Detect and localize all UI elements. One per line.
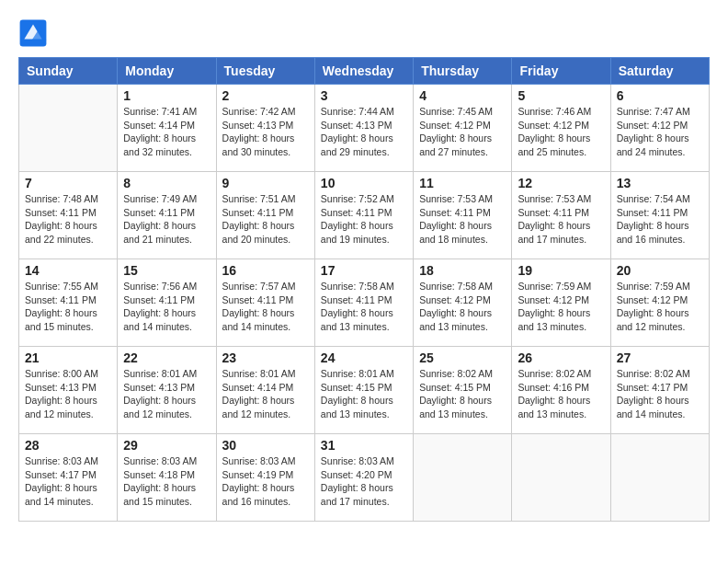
calendar-cell [19,85,118,172]
day-number: 30 [222,438,309,453]
day-number: 6 [617,88,703,103]
day-info: Sunrise: 7:56 AM Sunset: 4:11 PM Dayligh… [123,280,210,334]
calendar-cell: 27Sunrise: 8:02 AM Sunset: 4:17 PM Dayli… [610,347,709,434]
day-number: 15 [123,263,210,278]
col-header-sunday: Sunday [19,58,118,85]
day-number: 22 [123,350,210,365]
day-number: 5 [518,88,604,103]
day-info: Sunrise: 8:00 AM Sunset: 4:13 PM Dayligh… [25,367,111,421]
page-header [18,18,710,48]
day-info: Sunrise: 8:03 AM Sunset: 4:17 PM Dayligh… [25,454,111,509]
day-info: Sunrise: 7:47 AM Sunset: 4:12 PM Dayligh… [617,105,703,159]
day-info: Sunrise: 7:59 AM Sunset: 4:12 PM Dayligh… [518,280,604,334]
day-info: Sunrise: 8:03 AM Sunset: 4:20 PM Dayligh… [321,454,407,509]
calendar-cell: 19Sunrise: 7:59 AM Sunset: 4:12 PM Dayli… [512,259,610,347]
calendar-cell: 14Sunrise: 7:55 AM Sunset: 4:11 PM Dayli… [19,259,118,347]
calendar-week-1: 1Sunrise: 7:41 AM Sunset: 4:14 PM Daylig… [19,85,710,172]
col-header-tuesday: Tuesday [216,58,314,85]
calendar-cell [414,434,512,522]
day-number: 16 [222,263,309,278]
day-number: 2 [222,88,309,103]
day-info: Sunrise: 7:44 AM Sunset: 4:13 PM Dayligh… [321,105,407,159]
day-info: Sunrise: 8:03 AM Sunset: 4:18 PM Dayligh… [123,454,210,509]
calendar-cell: 7Sunrise: 7:48 AM Sunset: 4:11 PM Daylig… [19,172,118,259]
day-number: 18 [419,263,506,278]
day-number: 25 [419,350,506,365]
day-info: Sunrise: 7:52 AM Sunset: 4:11 PM Dayligh… [321,192,407,247]
calendar-cell: 8Sunrise: 7:49 AM Sunset: 4:11 PM Daylig… [118,172,216,259]
day-info: Sunrise: 8:03 AM Sunset: 4:19 PM Dayligh… [222,454,309,509]
calendar-week-4: 21Sunrise: 8:00 AM Sunset: 4:13 PM Dayli… [19,347,710,434]
day-info: Sunrise: 8:02 AM Sunset: 4:17 PM Dayligh… [617,367,703,421]
day-info: Sunrise: 7:55 AM Sunset: 4:11 PM Dayligh… [25,280,111,334]
day-number: 3 [321,88,407,103]
calendar-cell: 23Sunrise: 8:01 AM Sunset: 4:14 PM Dayli… [216,347,314,434]
calendar-cell: 2Sunrise: 7:42 AM Sunset: 4:13 PM Daylig… [216,85,314,172]
day-number: 1 [123,88,210,103]
calendar-header-row: SundayMondayTuesdayWednesdayThursdayFrid… [19,58,710,85]
day-info: Sunrise: 7:46 AM Sunset: 4:12 PM Dayligh… [518,105,604,159]
calendar-week-5: 28Sunrise: 8:03 AM Sunset: 4:17 PM Dayli… [19,434,710,522]
day-number: 19 [518,263,604,278]
col-header-wednesday: Wednesday [314,58,413,85]
col-header-monday: Monday [118,58,216,85]
day-info: Sunrise: 7:41 AM Sunset: 4:14 PM Dayligh… [123,105,210,159]
day-number: 8 [123,176,210,190]
calendar-cell: 17Sunrise: 7:58 AM Sunset: 4:11 PM Dayli… [314,259,413,347]
day-number: 4 [419,88,506,103]
calendar-cell: 13Sunrise: 7:54 AM Sunset: 4:11 PM Dayli… [610,172,709,259]
calendar-cell: 21Sunrise: 8:00 AM Sunset: 4:13 PM Dayli… [19,347,118,434]
day-number: 26 [518,350,604,365]
col-header-thursday: Thursday [414,58,512,85]
calendar-cell [610,434,709,522]
calendar-cell: 1Sunrise: 7:41 AM Sunset: 4:14 PM Daylig… [118,85,216,172]
day-info: Sunrise: 7:58 AM Sunset: 4:12 PM Dayligh… [419,280,506,334]
calendar-cell: 25Sunrise: 8:02 AM Sunset: 4:15 PM Dayli… [414,347,512,434]
day-info: Sunrise: 8:02 AM Sunset: 4:16 PM Dayligh… [518,367,604,421]
calendar-cell: 16Sunrise: 7:57 AM Sunset: 4:11 PM Dayli… [216,259,314,347]
logo [18,18,51,48]
day-info: Sunrise: 7:49 AM Sunset: 4:11 PM Dayligh… [123,192,210,247]
day-info: Sunrise: 7:59 AM Sunset: 4:12 PM Dayligh… [617,280,703,334]
calendar-cell: 5Sunrise: 7:46 AM Sunset: 4:12 PM Daylig… [512,85,610,172]
day-info: Sunrise: 7:58 AM Sunset: 4:11 PM Dayligh… [321,280,407,334]
day-number: 31 [321,438,407,453]
calendar-cell: 26Sunrise: 8:02 AM Sunset: 4:16 PM Dayli… [512,347,610,434]
day-info: Sunrise: 7:51 AM Sunset: 4:11 PM Dayligh… [222,192,309,247]
calendar-cell: 18Sunrise: 7:58 AM Sunset: 4:12 PM Dayli… [414,259,512,347]
calendar-cell: 22Sunrise: 8:01 AM Sunset: 4:13 PM Dayli… [118,347,216,434]
day-number: 10 [321,176,407,190]
calendar-cell: 20Sunrise: 7:59 AM Sunset: 4:12 PM Dayli… [610,259,709,347]
calendar-week-2: 7Sunrise: 7:48 AM Sunset: 4:11 PM Daylig… [19,172,710,259]
day-number: 14 [25,263,111,278]
calendar-cell: 10Sunrise: 7:52 AM Sunset: 4:11 PM Dayli… [314,172,413,259]
day-info: Sunrise: 8:01 AM Sunset: 4:14 PM Dayligh… [222,367,309,421]
calendar-cell: 6Sunrise: 7:47 AM Sunset: 4:12 PM Daylig… [610,85,709,172]
calendar-week-3: 14Sunrise: 7:55 AM Sunset: 4:11 PM Dayli… [19,259,710,347]
day-info: Sunrise: 7:54 AM Sunset: 4:11 PM Dayligh… [617,192,703,247]
day-number: 23 [222,350,309,365]
day-number: 20 [617,263,703,278]
day-info: Sunrise: 7:53 AM Sunset: 4:11 PM Dayligh… [419,192,506,247]
day-info: Sunrise: 8:02 AM Sunset: 4:15 PM Dayligh… [419,367,506,421]
day-number: 7 [25,176,111,190]
day-info: Sunrise: 7:45 AM Sunset: 4:12 PM Dayligh… [419,105,506,159]
day-info: Sunrise: 8:01 AM Sunset: 4:13 PM Dayligh… [123,367,210,421]
day-number: 11 [419,176,506,190]
logo-icon [18,18,48,48]
day-info: Sunrise: 7:42 AM Sunset: 4:13 PM Dayligh… [222,105,309,159]
calendar-cell: 30Sunrise: 8:03 AM Sunset: 4:19 PM Dayli… [216,434,314,522]
calendar: SundayMondayTuesdayWednesdayThursdayFrid… [18,57,710,522]
day-number: 27 [617,350,703,365]
calendar-cell: 9Sunrise: 7:51 AM Sunset: 4:11 PM Daylig… [216,172,314,259]
calendar-cell: 15Sunrise: 7:56 AM Sunset: 4:11 PM Dayli… [118,259,216,347]
calendar-cell: 11Sunrise: 7:53 AM Sunset: 4:11 PM Dayli… [414,172,512,259]
day-number: 21 [25,350,111,365]
day-number: 17 [321,263,407,278]
day-info: Sunrise: 7:57 AM Sunset: 4:11 PM Dayligh… [222,280,309,334]
calendar-cell: 12Sunrise: 7:53 AM Sunset: 4:11 PM Dayli… [512,172,610,259]
calendar-cell: 28Sunrise: 8:03 AM Sunset: 4:17 PM Dayli… [19,434,118,522]
calendar-cell: 29Sunrise: 8:03 AM Sunset: 4:18 PM Dayli… [118,434,216,522]
col-header-friday: Friday [512,58,610,85]
day-number: 12 [518,176,604,190]
